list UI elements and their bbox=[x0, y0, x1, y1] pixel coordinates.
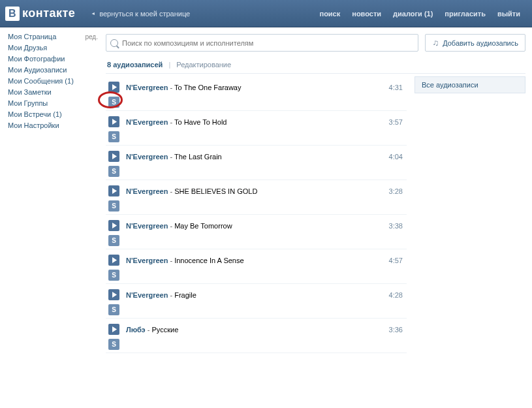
vk-logo[interactable]: В контакте bbox=[5, 7, 75, 21]
track-list: N'Evergreen - To The One Faraway 4:31 S … bbox=[106, 76, 407, 353]
track-duration: 4:04 bbox=[389, 153, 407, 161]
track-artist[interactable]: N'Evergreen bbox=[126, 118, 168, 126]
s-button[interactable]: S bbox=[108, 304, 119, 315]
track-item: Любэ - Русские 3:36 S bbox=[106, 319, 407, 353]
track-artist[interactable]: N'Evergreen bbox=[126, 257, 168, 264]
track-item: N'Evergreen - To Have To Hold 3:57 S bbox=[106, 111, 407, 146]
track-item: N'Evergreen - SHE BELIEVES IN GOLD 3:28 … bbox=[106, 180, 407, 215]
play-icon bbox=[112, 292, 117, 298]
sidebar-item-groups[interactable]: Мои Группы bbox=[8, 99, 48, 107]
track-name: May Be Tomorrow bbox=[174, 222, 232, 230]
nav-invite[interactable]: пригласить bbox=[439, 7, 491, 20]
track-name: Fragile bbox=[174, 291, 196, 299]
audio-count[interactable]: 8 аудиозаписей bbox=[107, 61, 163, 69]
play-button[interactable] bbox=[108, 185, 119, 196]
play-icon bbox=[112, 257, 117, 263]
back-to-page-link[interactable]: вернуться к моей странице bbox=[91, 10, 190, 18]
track-name: Innocence In A Sense bbox=[174, 257, 243, 264]
track-title[interactable]: N'Evergreen - To Have To Hold bbox=[126, 118, 389, 126]
track-item: N'Evergreen - The Last Grain 4:04 S bbox=[106, 146, 407, 180]
music-note-icon: ♫ bbox=[432, 38, 439, 48]
track-artist[interactable]: N'Evergreen bbox=[126, 222, 168, 230]
play-button[interactable] bbox=[108, 324, 119, 335]
track-item: N'Evergreen - Fragile 4:28 S bbox=[106, 284, 407, 319]
track-artist[interactable]: N'Evergreen bbox=[126, 84, 168, 91]
track-name: To The One Faraway bbox=[174, 84, 242, 91]
tabs-bar: 8 аудиозаписей | Редактирование bbox=[106, 61, 525, 74]
nav-logout[interactable]: выйти bbox=[492, 7, 525, 20]
search-box[interactable] bbox=[106, 34, 418, 52]
main-content: ♫ Добавить аудиозапись 8 аудиозаписей | … bbox=[104, 27, 532, 360]
track-duration: 4:28 bbox=[389, 291, 407, 299]
play-icon bbox=[112, 84, 117, 90]
track-title[interactable]: N'Evergreen - To The One Faraway bbox=[126, 84, 389, 91]
left-sidebar: Моя Страницаред. Мои Друзья Мои Фотограф… bbox=[0, 27, 104, 360]
track-item: N'Evergreen - Innocence In A Sense 4:57 … bbox=[106, 249, 407, 284]
s-button[interactable]: S bbox=[108, 97, 119, 108]
sidebar-item-mypage[interactable]: Моя Страница bbox=[8, 33, 56, 40]
play-icon bbox=[112, 188, 117, 194]
play-button[interactable] bbox=[108, 82, 119, 93]
top-bar: В контакте вернуться к моей странице пои… bbox=[0, 0, 532, 27]
s-button[interactable]: S bbox=[108, 235, 119, 246]
track-artist[interactable]: N'Evergreen bbox=[126, 187, 168, 195]
play-icon bbox=[112, 223, 117, 228]
track-item: N'Evergreen - To The One Faraway 4:31 S bbox=[106, 76, 407, 111]
play-icon bbox=[112, 119, 117, 125]
play-icon bbox=[112, 326, 117, 332]
sidebar-item-messages[interactable]: Мои Сообщения (1) bbox=[8, 77, 74, 85]
track-duration: 3:57 bbox=[389, 118, 407, 126]
logo-text: контакте bbox=[22, 7, 75, 20]
track-duration: 3:38 bbox=[389, 222, 407, 230]
play-button[interactable] bbox=[108, 220, 119, 231]
tabs-separator: | bbox=[168, 61, 170, 69]
sidebar-item-photos[interactable]: Мои Фотографии bbox=[8, 55, 65, 63]
add-audio-button[interactable]: ♫ Добавить аудиозапись bbox=[425, 34, 525, 52]
search-icon bbox=[110, 39, 118, 47]
track-duration: 3:36 bbox=[389, 326, 407, 334]
track-duration: 3:28 bbox=[389, 187, 407, 195]
add-audio-label: Добавить аудиозапись bbox=[443, 39, 518, 47]
sidebar-item-events[interactable]: Мои Встречи (1) bbox=[8, 110, 62, 118]
logo-letter-icon: В bbox=[5, 7, 20, 21]
search-input[interactable] bbox=[122, 39, 414, 47]
play-button[interactable] bbox=[108, 116, 119, 127]
s-button[interactable]: S bbox=[108, 339, 119, 350]
sidebar-item-friends[interactable]: Мои Друзья bbox=[8, 44, 47, 52]
nav-search[interactable]: поиск bbox=[314, 7, 345, 20]
track-title[interactable]: Любэ - Русские bbox=[126, 326, 389, 334]
track-duration: 4:57 bbox=[389, 257, 407, 264]
sidebar-item-notes[interactable]: Мои Заметки bbox=[8, 88, 52, 96]
track-title[interactable]: N'Evergreen - Innocence In A Sense bbox=[126, 257, 389, 264]
nav-dialogs[interactable]: диалоги (1) bbox=[388, 7, 438, 20]
sidebar-item-settings[interactable]: Мои Настройки bbox=[8, 121, 59, 129]
track-name: To Have To Hold bbox=[174, 118, 227, 126]
toolbar: ♫ Добавить аудиозапись bbox=[106, 34, 525, 52]
track-item: N'Evergreen - May Be Tomorrow 3:38 S bbox=[106, 215, 407, 249]
track-artist[interactable]: N'Evergreen bbox=[126, 153, 168, 161]
track-artist[interactable]: N'Evergreen bbox=[126, 291, 168, 299]
sidebar-edit-link[interactable]: ред. bbox=[85, 33, 98, 40]
track-duration: 4:31 bbox=[389, 84, 407, 91]
track-title[interactable]: N'Evergreen - Fragile bbox=[126, 291, 389, 299]
play-button[interactable] bbox=[108, 255, 119, 266]
play-button[interactable] bbox=[108, 151, 119, 162]
track-title[interactable]: N'Evergreen - SHE BELIEVES IN GOLD bbox=[126, 187, 389, 195]
nav-news[interactable]: новости bbox=[347, 7, 386, 20]
play-icon bbox=[112, 153, 117, 159]
s-button[interactable]: S bbox=[108, 200, 119, 212]
track-artist[interactable]: Любэ bbox=[126, 326, 146, 334]
top-nav: поиск новости диалоги (1) пригласить вый… bbox=[314, 7, 525, 20]
track-name: The Last Grain bbox=[174, 153, 222, 161]
all-audio-box[interactable]: Все аудиозаписи bbox=[415, 76, 525, 93]
track-title[interactable]: N'Evergreen - May Be Tomorrow bbox=[126, 222, 389, 230]
right-column: Все аудиозаписи bbox=[415, 76, 525, 353]
s-button[interactable]: S bbox=[108, 166, 119, 177]
tab-edit[interactable]: Редактирование bbox=[176, 61, 231, 69]
track-title[interactable]: N'Evergreen - The Last Grain bbox=[126, 153, 389, 161]
s-button[interactable]: S bbox=[108, 270, 119, 281]
s-button[interactable]: S bbox=[108, 131, 119, 142]
sidebar-item-audio[interactable]: Мои Аудиозаписи bbox=[8, 66, 67, 74]
play-button[interactable] bbox=[108, 289, 119, 300]
track-name: Русские bbox=[152, 326, 179, 334]
